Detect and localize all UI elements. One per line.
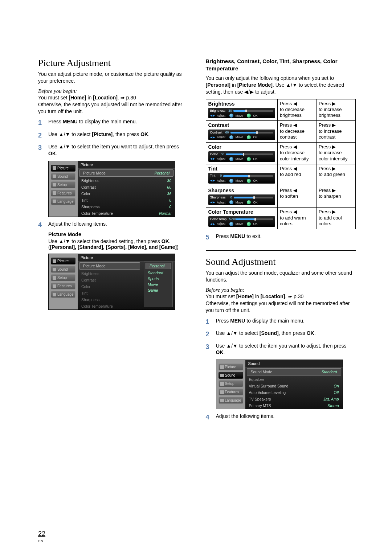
table-row: TintTint0 Adjust Move OKPress ◀ to add r… (206, 164, 356, 186)
osd-row: Sharpness0 (78, 204, 175, 210)
step-2: 2 Use ▲/▼ to select [Picture], then pres… (38, 131, 188, 140)
osd-tab: Setup (51, 181, 75, 188)
osd-row: Picture ModePersonal (79, 169, 173, 177)
osd-row: Brightness30 (78, 177, 175, 184)
table-row: ContrastContrast60 Adjust Move OKPress ◀… (206, 121, 356, 143)
osd-row: Color (78, 283, 142, 290)
osd-option: Sports (144, 276, 172, 282)
sound-osd: PictureSoundSetupFeaturesLanguage Sound … (216, 360, 343, 409)
picture-intro: You can adjust picture mode, or customiz… (38, 71, 188, 85)
osd-row: Contrast60 (78, 184, 175, 190)
osd-row: Brightness (78, 270, 142, 277)
osd-row: Contrast (78, 277, 142, 283)
osd-tab: Sound (51, 173, 75, 180)
osd-row: Sound ModeStandard (247, 368, 341, 376)
picture-mode-text: Use ▲/▼ to select the desired setting, t… (48, 238, 188, 250)
before-begin-label: Before you begin: (38, 88, 188, 94)
osd-option: Movie (144, 282, 172, 287)
picture-mode-heading: Picture Mode (48, 231, 188, 237)
osd-tab: Picture (219, 364, 243, 370)
adjustment-table: BrightnessBrightness30 Adjust Move OKPre… (206, 99, 356, 230)
picture-osd: PictureSoundSetupFeaturesLanguage Pictur… (48, 161, 175, 217)
osd-row: TV SpeakersExt. Amp (245, 396, 343, 402)
osd-tab: Sound (51, 266, 75, 273)
osd-tab: Features (51, 283, 75, 290)
osd-tab: Sound (219, 372, 243, 379)
osd-option: Game (144, 287, 172, 293)
begin-text: You must set [Home] in [Location]. ➠ p.3… (38, 94, 188, 115)
table-row: SharpnessSharpness0 Adjust Move OKPress … (206, 186, 356, 208)
sound-before-begin: Before you begin: (206, 287, 356, 293)
page-number: 22 EN (38, 530, 45, 543)
right-column: Brightness, Contrast, Color, Tint, Sharp… (206, 58, 356, 422)
table-row: BrightnessBrightness30 Adjust Move OKPre… (206, 99, 356, 121)
osd-row: Auto Volume LevelingOff (245, 389, 343, 396)
osd-tab: Language (51, 198, 75, 205)
osd-row: Color36 (78, 190, 175, 197)
sound-step-4: 4 Adjust the following items. (206, 413, 356, 422)
osd-tab: Language (51, 291, 75, 298)
step-1: 1 Press MENU to display the main menu. (38, 118, 188, 127)
osd-row: Tint0 (78, 197, 175, 204)
osd-option: Standard (144, 270, 172, 276)
picture-adjustment-title: Picture Adjustment (38, 58, 188, 69)
osd-row: Tint (78, 290, 142, 296)
osd-tab: Language (219, 397, 243, 404)
sound-intro: You can adjust the sound mode, equalizer… (206, 270, 356, 283)
sound-adjustment-title: Sound Adjustment (206, 257, 356, 267)
osd-row: Color Temperature (78, 303, 142, 309)
osd-option: Personal (146, 263, 171, 269)
sound-step-2: 2 Use ▲/▼ to select [Sound], then press … (206, 330, 356, 338)
table-row: Color TemperatureColor Temp.Normal Adjus… (206, 208, 356, 229)
sound-step-1: 1 Press MENU to display the main menu. (206, 317, 356, 326)
step-5: 5 Press MENU to exit. (206, 233, 356, 242)
osd-tab: Picture (51, 165, 75, 172)
osd-tab: Picture (51, 258, 75, 264)
osd-row: Virtual Surround SoundOn (245, 383, 343, 389)
osd-tab: Setup (219, 380, 243, 387)
osd-row: Color TemperatureNormal (78, 210, 175, 217)
step-3: 3 Use ▲/▼ to select the item you want to… (38, 143, 188, 157)
sound-step-3: 3 Use ▲/▼ to select the item you want to… (206, 342, 356, 356)
adjustment-heading: Brightness, Contrast, Color, Tint, Sharp… (206, 58, 356, 72)
osd-tab: Setup (51, 274, 75, 281)
osd-row: Equalizer (245, 376, 343, 383)
osd-row: Primary MTSStereo (245, 402, 343, 409)
adjustment-intro: You can only adjust the following option… (206, 75, 356, 95)
left-column: Picture Adjustment You can adjust pictur… (38, 58, 188, 422)
table-row: ColorColor36 Adjust Move OKPress ◀ to de… (206, 143, 356, 164)
osd-row: Sharpness (78, 296, 142, 303)
step-4: 4 Adjust the following items. (38, 221, 188, 229)
osd-tab: Features (51, 190, 75, 197)
picture-mode-osd: PictureSoundSetupFeaturesLanguage Pictur… (48, 254, 175, 310)
osd-tab: Features (219, 389, 243, 395)
